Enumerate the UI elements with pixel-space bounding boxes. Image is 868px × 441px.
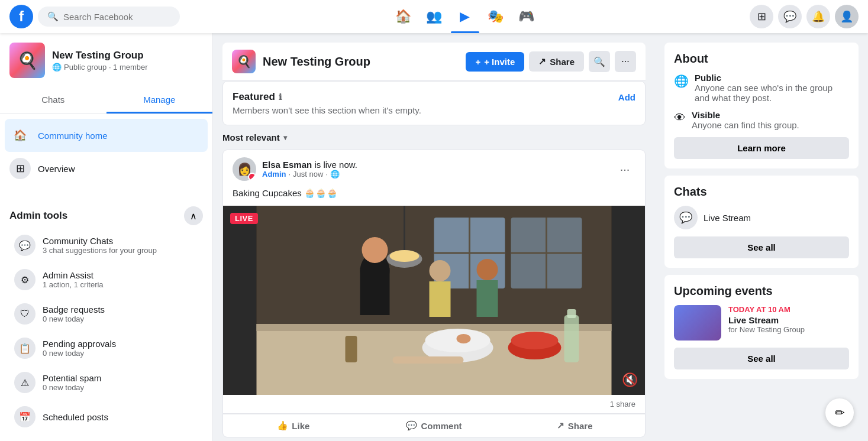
share-icon: ↗ xyxy=(538,56,546,67)
like-button[interactable]: 👍 Like xyxy=(223,414,364,437)
admin-tool-pending-approvals[interactable]: 📋 Pending approvals 0 new today xyxy=(5,332,208,365)
admin-assist-icon: ⚙ xyxy=(14,269,36,290)
chats-see-all-button[interactable]: See all xyxy=(674,236,849,258)
globe-icon: 🌐 xyxy=(330,170,340,179)
tabs-row: Chats Manage xyxy=(0,87,212,114)
info-icon: ℹ xyxy=(279,92,282,102)
floating-edit-button[interactable]: ✏ xyxy=(825,398,854,427)
svg-point-18 xyxy=(477,259,498,280)
svg-rect-27 xyxy=(346,336,357,362)
admin-tool-community-chats[interactable]: 💬 Community Chats 3 chat suggestions for… xyxy=(5,229,208,262)
chat-item: 💬 Live Stream xyxy=(674,206,849,229)
event-item: TODAY AT 10 AM Live Stream for New Testi… xyxy=(674,305,849,341)
search-group-button[interactable]: 🔍 xyxy=(589,51,610,72)
search-input[interactable] xyxy=(63,12,170,22)
home-icon: 🏠 xyxy=(9,125,31,146)
sidebar-item-overview[interactable]: ⊞ Overview xyxy=(5,152,208,185)
svg-rect-17 xyxy=(430,281,451,317)
group-meta: 🌐 Public group · 1 member xyxy=(52,63,148,72)
svg-point-23 xyxy=(511,332,559,349)
post-author-info: Elsa Esman is live now. Admin · Just now… xyxy=(262,160,357,179)
badge-requests-icon: 🛡 xyxy=(14,303,36,325)
admin-badge: Admin xyxy=(262,170,286,179)
shares-count: 1 share xyxy=(610,400,635,408)
user-avatar-button[interactable]: 👤 xyxy=(835,5,859,28)
tab-manage[interactable]: Manage xyxy=(107,87,213,114)
comment-button[interactable]: 💬 Comment xyxy=(364,414,505,437)
learn-more-button[interactable]: Learn more xyxy=(674,137,849,159)
collapse-admin-tools-button[interactable]: ∧ xyxy=(184,206,203,225)
svg-point-12 xyxy=(390,250,420,262)
chats-card: Chats 💬 Live Stream See all xyxy=(664,176,859,268)
event-group: for New Testing Group xyxy=(728,325,805,334)
live-badge: LIVE xyxy=(230,213,258,224)
group-top-left: 🍳 New Testing Group xyxy=(232,50,370,73)
people-nav-button[interactable]: 👥 xyxy=(420,2,448,31)
live-indicator-dot xyxy=(248,173,256,181)
gaming-nav-button[interactable]: 🎮 xyxy=(512,2,541,31)
tab-chats[interactable]: Chats xyxy=(0,87,107,114)
like-icon: 👍 xyxy=(277,420,288,431)
admin-tools-list: 💬 Community Chats 3 chat suggestions for… xyxy=(0,228,212,434)
sort-row[interactable]: Most relevant ▾ xyxy=(222,132,646,142)
notifications-icon-button[interactable]: 🔔 xyxy=(806,5,830,28)
plus-icon: + xyxy=(475,57,480,67)
group-info: New Testing Group 🌐 Public group · 1 mem… xyxy=(52,50,148,72)
chat-icon: 💬 xyxy=(679,211,692,224)
post-more-options-button[interactable]: ··· xyxy=(614,158,635,180)
cooking-scene-svg xyxy=(223,206,645,395)
admin-tool-admin-assist[interactable]: ⚙ Admin Assist 1 action, 1 criteria xyxy=(5,263,208,296)
event-thumbnail xyxy=(674,305,721,341)
admin-tool-potential-spam[interactable]: ⚠ Potential spam 0 new today xyxy=(5,366,208,399)
marketplace-nav-button[interactable]: 🎭 xyxy=(482,2,510,31)
visible-desc: Anyone can find this group. xyxy=(692,120,799,130)
globe-about-icon: 🌐 xyxy=(674,74,689,88)
live-video-container: LIVE 🔇 xyxy=(223,206,645,395)
post-author-name: Elsa Esman is live now. xyxy=(262,160,357,170)
about-card: About 🌐 Public Anyone can see who's in t… xyxy=(664,43,859,168)
home-nav-button[interactable]: 🏠 xyxy=(389,2,418,31)
messenger-icon-button[interactable]: 💬 xyxy=(778,5,802,28)
watch-nav-button[interactable]: ▶ xyxy=(451,2,479,31)
svg-rect-2 xyxy=(257,324,612,331)
post-header: 👩 Elsa Esman is live now. Admin · Just n… xyxy=(223,150,645,188)
grid-icon-button[interactable]: ⊞ xyxy=(750,5,773,28)
event-info: TODAY AT 10 AM Live Stream for New Testi… xyxy=(728,305,805,341)
globe-icon: 🌐 xyxy=(52,63,62,72)
featured-card: Featured ℹ Add Members won't see this se… xyxy=(222,81,646,125)
eye-icon: 👁 xyxy=(674,111,686,125)
svg-point-28 xyxy=(457,334,471,343)
group-header: 🍳 New Testing Group 🌐 Public group · 1 m… xyxy=(0,33,212,87)
search-bar[interactable]: 🔍 xyxy=(38,7,180,27)
featured-add-button[interactable]: Add xyxy=(618,92,635,102)
live-video-scene xyxy=(223,206,645,395)
public-desc: Anyone can see who's in the group and wh… xyxy=(695,83,849,103)
share-post-button[interactable]: ↗ Share xyxy=(504,414,645,437)
pending-approvals-icon: 📋 xyxy=(14,338,36,359)
post-text: Baking Cupcakes 🧁🧁🧁 xyxy=(223,188,645,206)
post-author-avatar: 👩 xyxy=(233,157,256,181)
facebook-logo[interactable]: f xyxy=(9,5,33,28)
admin-tool-badge-requests[interactable]: 🛡 Badge requests 0 new today xyxy=(5,297,208,330)
events-card: Upcoming events TODAY AT 10 AM Live Stre… xyxy=(664,275,859,379)
share-button[interactable]: ↗ Share xyxy=(529,51,584,72)
event-date: TODAY AT 10 AM xyxy=(728,305,805,314)
admin-tool-scheduled-posts[interactable]: 📅 Scheduled posts xyxy=(5,400,208,433)
nav-right: ⊞ 💬 🔔 👤 xyxy=(750,5,859,28)
more-options-button[interactable]: ··· xyxy=(615,51,636,72)
events-see-all-button[interactable]: See all xyxy=(674,348,849,369)
page-layout: 🍳 New Testing Group 🌐 Public group · 1 m… xyxy=(0,33,868,441)
group-top-bar: 🍳 New Testing Group + + Invite ↗ Share 🔍… xyxy=(222,43,646,81)
invite-button[interactable]: + + Invite xyxy=(466,52,524,72)
community-chats-icon: 💬 xyxy=(14,235,36,256)
event-thumb-image xyxy=(674,305,721,341)
svg-point-16 xyxy=(430,260,451,281)
featured-header: Featured ℹ Add xyxy=(233,91,635,103)
sort-label: Most relevant xyxy=(222,132,280,142)
scheduled-posts-icon: 📅 xyxy=(14,406,36,427)
group-name: New Testing Group xyxy=(52,50,148,61)
sidebar-item-community-home[interactable]: 🏠 Community home xyxy=(5,119,208,152)
group-top-name: New Testing Group xyxy=(263,55,370,69)
event-name: Live Stream xyxy=(728,315,805,325)
post-author: 👩 Elsa Esman is live now. Admin · Just n… xyxy=(233,157,357,181)
